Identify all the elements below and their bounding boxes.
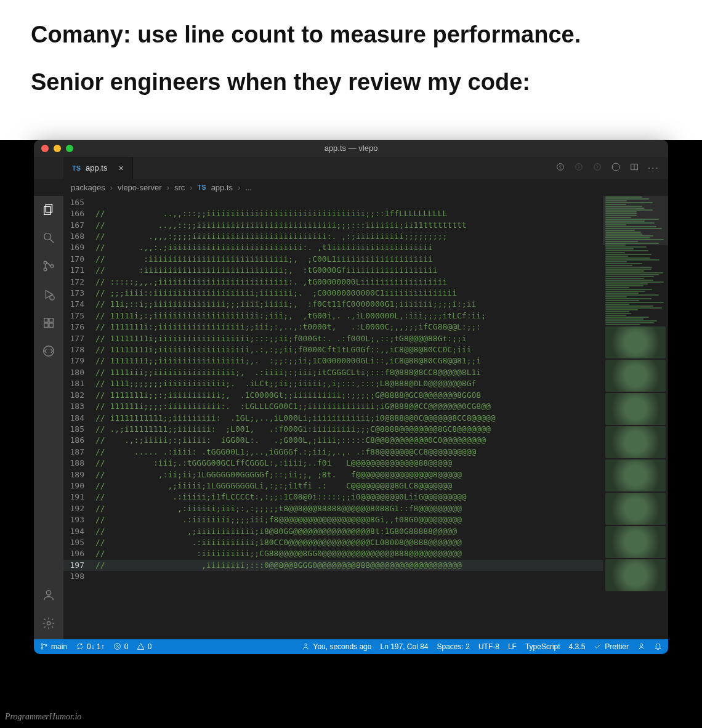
code-line[interactable]: 184// i1111111111;;iiiiiiiii: .1GL;,..,i… [63,413,603,424]
code-line[interactable]: 186// .,:;iiiii;:;iiiii: iGG00L:. .;G000… [63,435,603,446]
code-text: // .:iiiiiiii;;;;iii;f8@@@@@@@@@@@@@@@@@… [95,514,462,525]
crumb-file[interactable]: app.ts [211,183,233,192]
status-version[interactable]: 4.3.5 [569,642,586,651]
code-line[interactable]: 185// .,;i11111111;;iiiiiii: ;L001, .:f0… [63,424,603,435]
code-text: // 11i;::i;;iiiiiiiiiiiiiii;;;iiii;iiiii… [95,299,476,310]
status-eol[interactable]: LF [508,642,517,651]
titlebar[interactable]: app.ts — vlepo [34,140,668,157]
code-line[interactable]: 189// ,:ii;ii;1LGGGGG00GGGGGf;::;ii;;, ;… [63,469,603,480]
crumb-more[interactable]: ... [245,183,252,192]
code-line[interactable]: 173// ;;;iiii::iiiiiiiiiiiiiiiiiiiii;iii… [63,288,603,299]
code-line[interactable]: 175// 11111i;:;iiiiiiiiiiiiiiiiiiiiii:;i… [63,310,603,322]
go-back-icon[interactable] [555,162,565,174]
status-blame[interactable]: You, seconds ago [302,642,371,651]
split-editor-icon[interactable] [629,162,639,174]
breadcrumb[interactable]: packages› vlepo-server› src› TS app.ts› … [34,179,668,196]
code-line[interactable]: 192// ,:iiiiii;iii;:,:;;;;;t8@@8@@@88888… [63,503,603,514]
code-line[interactable]: 174// 11i;::i;;iiiiiiiiiiiiiii;;;iiii;ii… [63,299,603,310]
more-icon[interactable]: ··· [648,163,660,174]
code-line[interactable]: 167// ..,,::;;iiiiiiiiiiiiiiiiiiiiiiiiii… [63,220,603,231]
code-text: // 1111111i:;iiiiiiiiiiiiiiiiii;;iii;:,.… [95,322,481,333]
code-line[interactable]: 197// ,iiiiiiii;:::0@@8@@8GGG0@@@@@@@@88… [63,560,603,571]
code-line[interactable]: 187// ..... .:iiii: .tGGG00L1;,..,iGGGGf… [63,447,603,458]
close-tab-icon[interactable]: × [118,163,123,173]
crumb-vlepo-server[interactable]: vlepo-server [118,183,162,192]
bell-icon[interactable] [654,642,662,650]
line-number: 192 [63,503,95,514]
code-line[interactable]: 176// 1111111i:;iiiiiiiiiiiiiiiiii;;iii;… [63,322,603,333]
status-prettier[interactable]: Prettier [594,642,629,651]
status-encoding[interactable]: UTF-8 [478,642,499,651]
status-lang[interactable]: TypeScript [525,642,560,651]
status-branch[interactable]: main [40,642,67,651]
code-text: // ,;iiiii;1LGGGGGGGGLi,:;:;i1tfi .: C@@… [95,480,452,491]
code-line[interactable]: 194// ,;iiiiiiiiiiii;i8@80GG@@@@@@@@@@@@… [63,526,603,537]
git-icon[interactable] [41,259,56,273]
code-line[interactable]: 166// ..,,:::;;iiiiiiiiiiiiiiiiiiiiiiiii… [63,208,603,219]
minimap-viewport[interactable] [603,196,668,245]
code-text: // 11111111;;iiiiiiiiiiiiiiiiii;,. :;;:;… [95,355,481,366]
go-fwd-icon[interactable] [574,162,584,174]
code-text: // ,:ii;ii;1LGGGGG00GGGGGf;::;ii;;, ;8t.… [95,469,462,480]
code-line[interactable]: 169// .,,:.;iiiiiiiiiiiiiiiiiiiiiiiiiiii… [63,242,603,253]
search-icon[interactable] [41,230,56,245]
line-number: 174 [63,299,95,310]
code-line[interactable]: 196// :iiiiiiiiii;;CG88@@@@@8GG0@@@@@@@@… [63,548,603,559]
maximize-window-icon[interactable] [66,145,73,152]
tab-app-ts[interactable]: TS app.ts × [63,157,133,179]
extensions-icon[interactable] [41,315,56,330]
remote-icon[interactable] [41,344,56,358]
code-line[interactable]: 177// 11111111i;iiiiiiiiiiiiiiiiiii;:::;… [63,333,603,344]
code-text: // 11111i;:;iiiiiiiiiiiiiiiiiiiiii:;iii;… [95,310,486,322]
code-line[interactable]: 170// :iiiiiiiiiiiiiiiiiiiiiiiiiiiii;, ;… [63,254,603,265]
svg-point-21 [47,621,50,625]
debug-icon[interactable] [41,287,56,302]
feedback-icon[interactable] [637,642,645,650]
code-line[interactable]: 181// 1111;;;;;;;iiiiiiiiiiiii;. .iLCt;;… [63,378,603,389]
line-number: 178 [63,344,95,355]
code-line[interactable]: 190// ,;iiiii;1LGGGGGGGGLi,:;:;i1tfi .: … [63,480,603,491]
code-line[interactable]: 179// 11111111;;iiiiiiiiiiiiiiiiii;,. :;… [63,355,603,366]
compass-icon[interactable] [611,162,621,174]
svg-point-2 [594,163,600,170]
go-fwd2-icon[interactable] [592,162,602,174]
svg-point-8 [44,233,51,240]
code-line[interactable]: 165 [63,197,603,208]
svg-rect-18 [49,323,53,327]
crumb-src[interactable]: src [174,183,185,192]
status-problems[interactable]: 0 0 [113,642,152,651]
close-window-icon[interactable] [41,145,49,152]
code-line[interactable]: 191// .:iiiii;i1fLCCCCt:,:;;:1C08@0i::::… [63,491,603,503]
code-line[interactable]: 193// .:iiiiiiii;;;;iii;f8@@@@@@@@@@@@@@… [63,514,603,525]
status-position[interactable]: Ln 197, Col 84 [380,642,428,651]
code-line[interactable]: 188// :iii;.:tGGGG00GCLffCGGGL:,:iiii;..… [63,458,603,469]
files-icon[interactable] [41,202,56,217]
meme-line1: Comany: use line count to measure perfor… [31,20,671,50]
line-number: 165 [63,197,95,208]
code-editor[interactable]: 165166// ..,,:::;;iiiiiiiiiiiiiiiiiiiiii… [63,196,603,639]
minimap[interactable] [603,196,668,639]
code-line[interactable]: 183// 111111i;;;;:iiiiiiiiiii:. :LGLLLCG… [63,401,603,412]
crumb-packages[interactable]: packages [71,183,105,192]
gear-icon[interactable] [41,616,56,631]
code-line[interactable]: 180// 1111iii;;iiiiiiiiiiiiiiiii;, .:iii… [63,367,603,378]
code-line[interactable]: 182// 1111111i;;:;iiiiiiiiiii;, .1C0000G… [63,390,603,401]
line-number: 194 [63,526,95,537]
svg-rect-16 [49,318,53,322]
code-line[interactable]: 178// 11111111i;iiiiiiiiiiiiiiiiiii,.:,:… [63,344,603,355]
line-number: 170 [63,254,95,265]
typescript-icon: TS [72,164,81,172]
code-text: // .:iiiii;i1fLCCCCt:,:;;:1C08@0i:::::;;… [95,491,467,503]
status-sync[interactable]: 0↓ 1↑ [76,642,105,651]
account-icon[interactable] [41,588,56,602]
code-line[interactable]: 172// :::::;,,.;iiiiiiiiiiiiiiiiiiiiiiii… [63,277,603,288]
code-line[interactable]: 198 [63,571,603,582]
status-spaces[interactable]: Spaces: 2 [437,642,470,651]
code-line[interactable]: 195// .:iiiiiiiiiii;180CC0@@@@@@@@@@@@@@… [63,537,603,548]
code-line[interactable]: 168// .,,,:;;;;iiiiiiiiiiiiiiiiiiiiiiiii… [63,231,603,242]
code-line[interactable]: 171// :iiiiiiiiiiiiiiiiiiiiiiiiiiiii;, :… [63,265,603,276]
code-text: // ,iiiiiiii;:::0@@8@@8GGG0@@@@@@@@888@@… [95,560,462,571]
code-text: // 1111;;;;;;;iiiiiiiiiiiii;. .iLCt;;ii;… [95,378,476,389]
minimize-window-icon[interactable] [54,145,61,152]
code-text: // i1111111111;;iiiiiiiii: .1GL;,..,iL00… [95,413,496,424]
